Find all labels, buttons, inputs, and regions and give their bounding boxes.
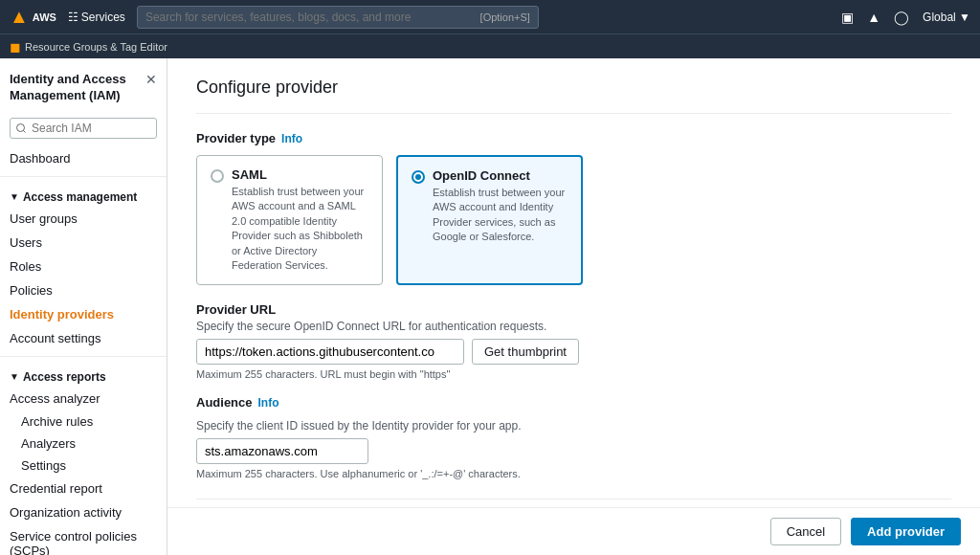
openid-title: OpenID Connect (433, 168, 568, 183)
audience-info-link[interactable]: Info (258, 396, 279, 410)
services-button[interactable]: ☷ Services (68, 11, 125, 24)
sidebar-section-access-reports[interactable]: ▼ Access reports (0, 363, 167, 387)
saml-title: SAML (232, 167, 368, 182)
main-layout: Identity and Access Management (IAM) ✕ D… (0, 58, 980, 555)
main-content: Configure provider Provider type Info SA… (167, 58, 980, 555)
sidebar-item-roles[interactable]: Roles (0, 255, 167, 278)
audience-label: Audience Info (196, 395, 951, 410)
cloud-shell-icon[interactable]: ▣ (841, 10, 854, 25)
audience-description: Specify the client ID issued by the Iden… (196, 419, 951, 433)
footer: Cancel Add provider (167, 507, 980, 555)
audience-section: Audience Info Specify the client ID issu… (196, 395, 951, 479)
provider-url-description: Specify the secure OpenID Connect URL fo… (196, 320, 951, 333)
sidebar-search-wrap (0, 114, 167, 146)
sidebar-divider-1 (0, 176, 167, 177)
provider-type-section: Provider type Info SAML Establish trust … (196, 131, 951, 285)
openid-description: Establish trust between your AWS account… (433, 186, 568, 245)
sidebar-item-users[interactable]: Users (0, 231, 167, 255)
sidebar-item-archive-rules[interactable]: Archive rules (0, 411, 167, 433)
provider-type-info-link[interactable]: Info (281, 132, 302, 145)
provider-url-input[interactable] (196, 339, 464, 365)
top-navigation: ▲ AWS ☷ Services [Option+S] ▣ ▲ ◯ Global… (0, 0, 980, 33)
bell-icon[interactable]: ▲ (867, 10, 880, 25)
provider-url-hint: Maximum 255 characters. URL must begin w… (196, 368, 951, 380)
sidebar-item-access-analyzer[interactable]: Access analyzer (0, 387, 167, 411)
sidebar-item-dashboard[interactable]: Dashboard (0, 146, 167, 170)
provider-url-section: Provider URL Specify the secure OpenID C… (196, 302, 951, 380)
global-region-button[interactable]: Global ▼ (923, 11, 970, 24)
provider-type-options: SAML Establish trust between your AWS ac… (196, 155, 951, 285)
resource-groups-icon: ◼ (10, 39, 21, 55)
help-icon[interactable]: ◯ (894, 10, 909, 25)
aws-logo: ▲ AWS (10, 6, 56, 28)
sidebar-search-input[interactable] (10, 118, 157, 139)
global-search-bar[interactable]: [Option+S] (137, 6, 539, 29)
sidebar-title: Identity and Access Management (IAM) (10, 72, 145, 104)
sidebar-item-credential-report[interactable]: Credential report (0, 477, 167, 500)
sidebar-header: Identity and Access Management (IAM) ✕ (0, 68, 167, 114)
page-title: Configure provider (196, 78, 951, 98)
sidebar-item-policies[interactable]: Policies (0, 278, 167, 302)
openid-option-text: OpenID Connect Establish trust between y… (433, 168, 568, 272)
sidebar-divider-2 (0, 356, 167, 357)
search-shortcut: [Option+S] (480, 11, 530, 23)
close-sidebar-button[interactable]: ✕ (145, 72, 157, 87)
sidebar-section-access-management[interactable]: ▼ Access management (0, 183, 167, 207)
chevron-down-icon-2: ▼ (10, 371, 19, 382)
sidebar-item-identity-providers[interactable]: Identity providers (0, 302, 167, 326)
sidebar: Identity and Access Management (IAM) ✕ D… (0, 58, 167, 555)
resource-groups-bar: ◼ Resource Groups & Tag Editor (0, 33, 980, 58)
add-provider-button[interactable]: Add provider (851, 518, 961, 545)
chevron-down-icon: ▼ (10, 191, 19, 202)
provider-option-saml[interactable]: SAML Establish trust between your AWS ac… (196, 155, 383, 285)
grid-icon: ☷ (68, 11, 78, 24)
provider-url-label: Provider URL (196, 302, 951, 317)
sidebar-item-account-settings[interactable]: Account settings (0, 326, 167, 350)
nav-icons: ▣ ▲ ◯ Global ▼ (841, 10, 970, 25)
saml-option-text: SAML Establish trust between your AWS ac… (232, 167, 368, 273)
page-divider (196, 113, 951, 114)
provider-type-label: Provider type Info (196, 131, 951, 145)
sidebar-item-settings[interactable]: Settings (0, 455, 167, 477)
audience-input[interactable] (196, 438, 368, 464)
radio-openid[interactable] (412, 170, 425, 184)
provider-url-row: Get thumbprint (196, 339, 951, 365)
saml-description: Establish trust between your AWS account… (232, 185, 368, 273)
provider-option-openid[interactable]: OpenID Connect Establish trust between y… (396, 155, 583, 285)
sidebar-item-organization-activity[interactable]: Organization activity (0, 500, 167, 524)
tags-divider (196, 499, 951, 500)
get-thumbprint-button[interactable]: Get thumbprint (472, 339, 579, 365)
cancel-button[interactable]: Cancel (770, 518, 841, 545)
sidebar-item-analyzers[interactable]: Analyzers (0, 433, 167, 455)
audience-hint: Maximum 255 characters. Use alphanumeric… (196, 468, 951, 479)
global-search-input[interactable] (145, 11, 480, 24)
radio-saml[interactable] (211, 169, 224, 183)
sidebar-item-user-groups[interactable]: User groups (0, 207, 167, 231)
resource-groups-label[interactable]: ◼ Resource Groups & Tag Editor (10, 39, 167, 55)
sidebar-item-service-control-policies[interactable]: Service control policies (SCPs) (0, 524, 167, 555)
